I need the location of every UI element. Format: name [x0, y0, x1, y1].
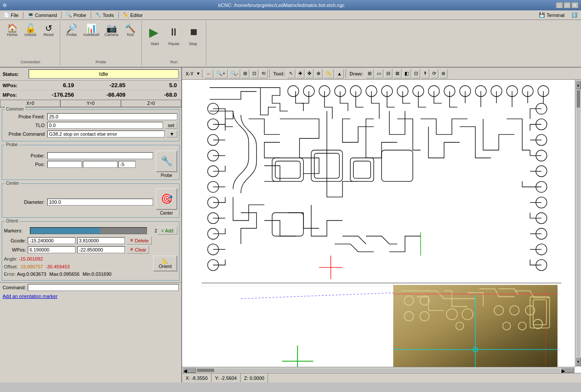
draw-d6-button[interactable]: ⊡ — [412, 69, 420, 78]
mpos-row: MPos: -176.256 -86.409 -68.0 — [0, 90, 181, 100]
add-marker-button[interactable]: + Add — [157, 227, 177, 235]
probe-field-label: Probe: — [4, 153, 47, 158]
pan-left-button[interactable]: ← — [204, 69, 213, 78]
menu-info[interactable]: ℹ️ — [568, 10, 581, 20]
draw-d3-button[interactable]: ⊟ — [384, 69, 392, 78]
tool-button[interactable]: 🔨 Tool — [121, 23, 139, 38]
command-input[interactable] — [28, 284, 179, 291]
draw-d7-button[interactable]: ↟ — [421, 69, 429, 78]
maximize-button[interactable]: □ — [564, 2, 571, 8]
menu-editor[interactable]: ✏️ Editor — [120, 10, 147, 20]
toolbar-connection-section: 🏠 Home 🔓 Unlock ↺ Reset Connection — [1, 21, 60, 66]
zoom-fit-button[interactable]: ⊞ — [241, 69, 249, 78]
draw-d1-button[interactable]: ⊞ — [366, 69, 374, 78]
scrollbar-h-track[interactable] — [197, 369, 560, 372]
zoom-out-button[interactable]: 🔍- — [228, 69, 241, 78]
tool-t1-button[interactable]: ✚ — [296, 69, 304, 78]
minimize-button[interactable]: _ — [556, 2, 563, 8]
probe-feed-input[interactable] — [47, 113, 177, 120]
orient-button[interactable]: 📐 Orient — [153, 255, 177, 271]
orient-data-area: Angle: -15.001092 Offset: 19.896757 -30.… — [4, 255, 177, 278]
tool-t5-button[interactable]: ▲ — [335, 69, 344, 78]
center-btn-label: Center — [160, 211, 173, 216]
tool-icon: 🔨 — [125, 24, 136, 33]
probe-btn-container: 🔧 Probe — [156, 150, 177, 178]
menu-command[interactable]: 💻 Command — [24, 10, 61, 20]
tool-t3-button[interactable]: ⊕ — [314, 69, 323, 78]
zoom-in-button[interactable]: 🔍+ — [214, 69, 227, 78]
reset-button[interactable]: ↺ Reset — [40, 23, 57, 38]
z-zero-button[interactable]: Z=0 — [121, 100, 181, 107]
probe-field-input[interactable] — [47, 152, 153, 159]
x-zero-button[interactable]: X=0 — [0, 100, 60, 107]
scrollbar-v-track[interactable] — [577, 90, 580, 356]
scrollbar-h-right[interactable]: ▶ — [561, 368, 574, 373]
clear-button[interactable]: ✕ Clear — [127, 245, 149, 254]
pos-y-input[interactable] — [83, 161, 118, 168]
window-controls[interactable]: _ □ ✕ — [556, 2, 578, 8]
pos-field-row: Pos: — [4, 161, 153, 168]
markers-count: 2 — [149, 228, 157, 233]
scrollbar-v[interactable]: ▲ ▼ — [575, 80, 581, 367]
menu-tools[interactable]: 🔧 Tools — [92, 10, 118, 20]
pos-x-input[interactable] — [47, 161, 82, 168]
draw-d8-button[interactable]: ⟳ — [430, 69, 438, 78]
tool-t4-button[interactable]: 📏 — [323, 69, 334, 78]
y-zero-button[interactable]: Y=0 — [60, 100, 121, 107]
error-avg: Avg:0.063673 — [17, 271, 46, 277]
zero-row: X=0 Y=0 Z=0 — [0, 100, 181, 108]
scrollbar-v-down[interactable]: ▼ — [576, 357, 581, 366]
stop-button[interactable]: ⏹ — [184, 23, 203, 42]
pos-z-input[interactable] — [118, 161, 136, 168]
start-label: Start — [145, 42, 164, 46]
file-icon: 📄 — [3, 12, 10, 18]
autolevel-button[interactable]: 📊 Autolevel — [81, 23, 101, 38]
scrollbar-v-thumb[interactable] — [577, 90, 580, 108]
unlock-button[interactable]: 🔓 Unlock — [22, 23, 39, 38]
menu-file[interactable]: 📄 File — [0, 10, 22, 20]
menubar: 📄 File 💻 Command 🔍 Probe 🔧 Tools ✏️ Edit… — [0, 10, 581, 20]
scrollbar-h-left[interactable]: ◀ — [183, 368, 196, 373]
draw-d4-button[interactable]: ⊠ — [393, 69, 401, 78]
scrollbar-v-up[interactable]: ▲ — [576, 81, 581, 89]
add-orientation-link[interactable]: Add an orientation marker — [0, 292, 181, 300]
probe-icon-button[interactable]: 🔧 — [156, 150, 177, 172]
diameter-input[interactable] — [47, 199, 153, 206]
cursor-tool-button[interactable]: ↖ — [287, 69, 295, 78]
scrollbar-h-thumb[interactable] — [197, 369, 214, 372]
menu-probe[interactable]: 🔍 Probe — [62, 10, 89, 20]
center-row: Diameter: 🎯 Center — [4, 188, 177, 216]
close-button[interactable]: ✕ — [571, 2, 578, 8]
draw-d2-button[interactable]: ▭ — [375, 69, 383, 78]
start-button[interactable]: ▶ — [144, 23, 163, 42]
draw-d9-button[interactable]: ⊛ — [439, 69, 447, 78]
tlo-set-button[interactable]: set — [165, 122, 177, 129]
gcode-val1-input[interactable] — [28, 237, 75, 244]
tool-t2-button[interactable]: ✤ — [305, 69, 313, 78]
statusbar: X: -8.3550 Y: -2.5604 Z: 0.0000 — [182, 373, 581, 382]
probe-cmd-arrow-button[interactable]: ▼ — [166, 131, 177, 137]
center-section-title: Center — [5, 181, 20, 186]
wpos-orient-val2[interactable] — [77, 246, 125, 253]
zoom-reset-button[interactable]: ⟲ — [259, 69, 268, 78]
wpos-orient-val1[interactable] — [28, 246, 75, 253]
orient-data: Angle: -15.001092 Offset: 19.896757 -30.… — [4, 255, 150, 278]
pause-button[interactable]: ⏸ — [164, 23, 183, 42]
camera-button[interactable]: 📷 Camera — [102, 23, 121, 38]
center-icon-button[interactable]: 🎯 — [156, 188, 177, 210]
wpos-x: 6.19 — [24, 82, 76, 89]
tlo-input[interactable] — [47, 122, 163, 129]
probe-section-box: Probe Probe: Pos: 🔧 Probe — [2, 145, 180, 180]
gcode-val2-input[interactable] — [77, 237, 125, 244]
home-button[interactable]: 🏠 Home — [3, 23, 21, 38]
delete-button[interactable]: ✕ Delete — [127, 236, 152, 245]
canvas-area[interactable]: ◀ ▶ ▲ ▼ — [182, 80, 581, 373]
probe-tool-button[interactable]: 🔎 Probe — [63, 23, 80, 38]
draw-d5-button[interactable]: ◧ — [402, 69, 411, 78]
menu-terminal[interactable]: 💾 Terminal — [535, 10, 568, 20]
zoom-fit2-button[interactable]: ⊡ — [250, 69, 258, 78]
scrollbar-h[interactable]: ◀ ▶ — [182, 367, 575, 373]
probe-cmd-input[interactable] — [47, 131, 165, 137]
stop-label: Stop — [183, 42, 202, 46]
command-bar: Command: — [0, 282, 181, 292]
